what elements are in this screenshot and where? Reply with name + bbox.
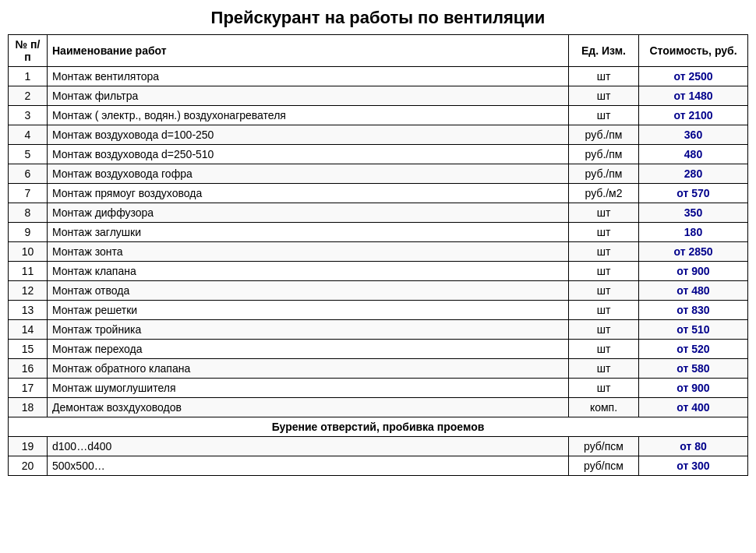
row-name: Монтаж вентилятора	[48, 67, 569, 86]
row-name: Монтаж воздуховода d=250-510	[48, 145, 569, 164]
row-price: от 80	[639, 437, 748, 456]
row-num: 9	[9, 223, 48, 242]
table-row: 1Монтаж вентилятораштот 2500	[9, 67, 748, 86]
table-row: 2Монтаж фильтраштот 1480	[9, 86, 748, 106]
header-unit: Ед. Изм.	[569, 35, 639, 67]
row-price: 280	[639, 164, 748, 184]
row-price: от 900	[639, 379, 748, 398]
row-num: 17	[9, 379, 48, 398]
row-name: Монтаж решетки	[48, 301, 569, 320]
page-title: Прейскурант на работы по вентиляции	[8, 8, 748, 28]
row-num: 2	[9, 86, 48, 106]
row-num: 3	[9, 106, 48, 125]
table-row: 12Монтаж отводаштот 480	[9, 281, 748, 301]
row-name: Монтаж зонта	[48, 242, 569, 262]
row-unit: шт	[569, 359, 639, 379]
row-name: Монтаж заглушки	[48, 223, 569, 242]
row-unit: шт	[569, 281, 639, 301]
row-price: от 400	[639, 398, 748, 417]
row-num: 6	[9, 164, 48, 184]
header-name: Наименование работ	[48, 35, 569, 67]
row-name: Монтаж фильтра	[48, 86, 569, 106]
row-price: от 2850	[639, 242, 748, 262]
row-price: от 300	[639, 456, 748, 476]
row-unit: руб/псм	[569, 456, 639, 476]
row-num: 10	[9, 242, 48, 262]
row-num: 14	[9, 320, 48, 340]
section-header-text: Бурение отверстий, пробивка проемов	[9, 417, 748, 437]
row-name: Монтаж шумоглушителя	[48, 379, 569, 398]
row-name: Монтаж тройника	[48, 320, 569, 340]
row-name: Монтаж обратного клапана	[48, 359, 569, 379]
table-row: 8Монтаж диффузорашт350	[9, 203, 748, 223]
table-row: 10Монтаж зонташтот 2850	[9, 242, 748, 262]
table-row: 3Монтаж ( электр., водян.) воздухонагрев…	[9, 106, 748, 125]
row-unit: шт	[569, 242, 639, 262]
table-row: 7Монтаж прямоуг воздуховодаруб./м2от 570	[9, 184, 748, 203]
row-name: d100…d400	[48, 437, 569, 456]
row-unit: шт	[569, 262, 639, 281]
row-num: 15	[9, 340, 48, 359]
row-name: Монтаж отвода	[48, 281, 569, 301]
row-name: Монтаж прямоуг воздуховода	[48, 184, 569, 203]
table-row: 4Монтаж воздуховода d=100-250руб./пм360	[9, 125, 748, 145]
row-name: 500x500…	[48, 456, 569, 476]
row-price: от 2500	[639, 67, 748, 86]
row-num: 19	[9, 437, 48, 456]
row-price: 480	[639, 145, 748, 164]
row-price: от 2100	[639, 106, 748, 125]
row-num: 13	[9, 301, 48, 320]
row-unit: руб./пм	[569, 125, 639, 145]
row-unit: шт	[569, 106, 639, 125]
table-row: 20500x500…руб/псмот 300	[9, 456, 748, 476]
table-row: 16Монтаж обратного клапанаштот 580	[9, 359, 748, 379]
row-unit: шт	[569, 203, 639, 223]
row-num: 20	[9, 456, 48, 476]
row-unit: шт	[569, 301, 639, 320]
row-price: от 570	[639, 184, 748, 203]
row-unit: шт	[569, 223, 639, 242]
row-unit: комп.	[569, 398, 639, 417]
header-num: № п/п	[9, 35, 48, 67]
row-unit: руб./пм	[569, 145, 639, 164]
row-num: 5	[9, 145, 48, 164]
row-name: Демонтаж возхдуховодов	[48, 398, 569, 417]
header-price: Стоимость, руб.	[639, 35, 748, 67]
main-container: Прейскурант на работы по вентиляции № п/…	[8, 8, 748, 476]
table-row: 15Монтаж переходаштот 520	[9, 340, 748, 359]
row-price: от 520	[639, 340, 748, 359]
row-num: 11	[9, 262, 48, 281]
table-row: 17Монтаж шумоглушителяштот 900	[9, 379, 748, 398]
row-unit: шт	[569, 86, 639, 106]
row-price: от 580	[639, 359, 748, 379]
row-unit: шт	[569, 320, 639, 340]
row-price: 360	[639, 125, 748, 145]
row-price: 350	[639, 203, 748, 223]
row-name: Монтаж воздуховода гофра	[48, 164, 569, 184]
table-row: 13Монтаж решеткиштот 830	[9, 301, 748, 320]
row-num: 4	[9, 125, 48, 145]
row-price: от 510	[639, 320, 748, 340]
row-unit: шт	[569, 67, 639, 86]
row-unit: шт	[569, 379, 639, 398]
row-name: Монтаж перехода	[48, 340, 569, 359]
table-row: 14Монтаж тройникаштот 510	[9, 320, 748, 340]
section-header-row: Бурение отверстий, пробивка проемов	[9, 417, 748, 437]
row-num: 18	[9, 398, 48, 417]
row-name: Монтаж диффузора	[48, 203, 569, 223]
row-price: от 1480	[639, 86, 748, 106]
row-name: Монтаж клапана	[48, 262, 569, 281]
table-row: 9Монтаж заглушкишт180	[9, 223, 748, 242]
row-name: Монтаж воздуховода d=100-250	[48, 125, 569, 145]
row-price: от 830	[639, 301, 748, 320]
price-table: № п/п Наименование работ Ед. Изм. Стоимо…	[8, 34, 748, 476]
table-row: 6Монтаж воздуховода гофраруб./пм280	[9, 164, 748, 184]
row-price: 180	[639, 223, 748, 242]
row-name: Монтаж ( электр., водян.) воздухонагрева…	[48, 106, 569, 125]
row-unit: руб./пм	[569, 164, 639, 184]
table-row: 19d100…d400руб/псмот 80	[9, 437, 748, 456]
row-num: 8	[9, 203, 48, 223]
row-price: от 480	[639, 281, 748, 301]
row-unit: руб/псм	[569, 437, 639, 456]
row-unit: шт	[569, 340, 639, 359]
